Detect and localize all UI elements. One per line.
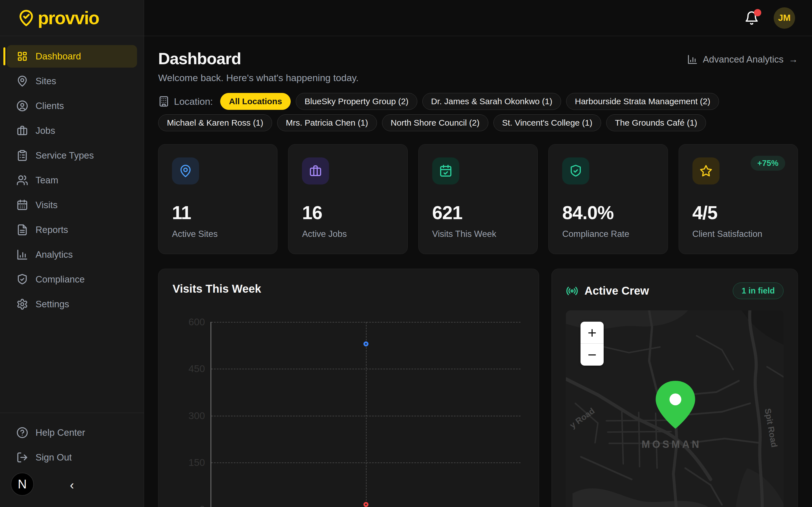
sidebar-item-service-types[interactable]: Service Types [7,144,137,167]
calendar-icon [16,199,28,211]
category-gridline-wed [366,322,366,507]
location-chip[interactable]: Harbourside Strata Management (2) [566,93,719,110]
stat-label: Compliance Rate [562,229,654,239]
sidebar-item-settings[interactable]: Settings [7,293,137,316]
bar-chart-icon [16,249,28,261]
sidebar-item-label: Service Types [36,150,94,161]
advanced-analytics-label: Advanced Analytics [703,54,783,65]
building-icon [158,96,169,107]
sidebar-footer-row: N ‹ [7,471,137,499]
stat-value: 11 [172,202,264,223]
scatter-point-red [363,502,368,507]
sidebar-item-label: Dashboard [36,51,81,62]
help-center-button[interactable]: Help Center [7,421,137,444]
sidebar-item-label: Team [36,175,58,186]
file-text-icon [16,224,28,236]
brand-name: provvio [38,8,99,29]
sign-out-label: Sign Out [36,452,71,463]
map-zoom-control: + − [580,322,604,365]
location-chip[interactable]: North Shore Council (2) [382,114,488,131]
stat-value: 16 [302,202,394,223]
zoom-out-button[interactable]: − [580,344,604,365]
sidebar: provvio Dashboard Sites Clients Jobs Ser… [0,0,144,507]
y-axis-tick: 0 [200,504,205,507]
sidebar-item-label: Compliance [36,274,85,285]
dashboard-grid-icon [16,50,28,62]
sign-out-button[interactable]: Sign Out [7,446,137,469]
dashboard-content: Dashboard Welcome back. Here's what's ha… [144,36,812,507]
stat-label: Active Sites [172,229,264,239]
sidebar-item-clients[interactable]: Clients [7,95,137,117]
scatter-chart: 600 450 300 150 0 Wed [211,322,520,507]
sidebar-item-analytics[interactable]: Analytics [7,243,137,266]
star-icon [699,164,713,178]
shield-check-icon [569,164,582,178]
sidebar-collapse-button[interactable]: ‹ [63,476,80,494]
place-label-mosman: MOSMAN [642,439,702,450]
crew-map[interactable]: Spit Road y Road MOSMAN + [566,311,783,507]
scatter-point-blue [363,341,368,346]
notifications-button[interactable] [744,11,759,25]
dev-tools-badge[interactable]: N [11,473,34,496]
stat-card-active-sites: 11 Active Sites [158,144,277,254]
sidebar-item-visits[interactable]: Visits [7,194,137,216]
users-icon [16,174,28,186]
visits-chart-panel: Visits This Week 600 450 300 150 0 Wed [158,269,539,507]
clipboard-list-icon [16,150,28,161]
zoom-in-button[interactable]: + [580,322,604,344]
stat-value: 84.0% [562,202,654,223]
log-out-icon [16,452,28,463]
location-filters: Location: All Locations BlueSky Property… [158,93,798,131]
unread-dot [754,9,761,16]
location-chip[interactable]: Mrs. Patricia Chen (1) [277,114,377,131]
page-subtitle: Welcome back. Here's what's happening to… [158,72,359,83]
sidebar-item-label: Jobs [36,125,55,136]
stat-label: Visits This Week [432,229,524,239]
stat-card-visits-week: 621 Visits This Week [418,144,538,254]
topbar: JM [144,0,812,36]
sidebar-item-jobs[interactable]: Jobs [7,119,137,142]
location-chip-all[interactable]: All Locations [220,93,291,110]
bar-chart-icon [687,54,698,65]
page-header: Dashboard Welcome back. Here's what's ha… [158,49,798,83]
user-circle-icon [16,100,28,112]
location-chip[interactable]: BlueSky Property Group (2) [296,93,417,110]
help-center-label: Help Center [36,427,85,438]
user-avatar[interactable]: JM [774,7,795,29]
stat-card-compliance: 84.0% Compliance Rate [548,144,668,254]
y-axis-tick: 600 [189,316,205,328]
trend-badge: +75% [751,156,785,171]
sidebar-item-label: Settings [36,299,69,309]
sidebar-item-label: Analytics [36,249,73,260]
sidebar-nav: Dashboard Sites Clients Jobs Service Typ… [0,36,144,413]
location-chip[interactable]: The Grounds Café (1) [606,114,706,131]
sidebar-item-label: Sites [36,76,56,87]
sidebar-item-dashboard[interactable]: Dashboard [7,45,137,68]
arrow-right-icon: → [789,54,798,65]
in-field-badge: 1 in field [733,283,783,299]
sidebar-item-reports[interactable]: Reports [7,219,137,241]
active-crew-header: Active Crew 1 in field [566,283,783,299]
sidebar-footer: Help Center Sign Out N ‹ [0,413,144,507]
gear-icon [16,298,28,310]
pin-check-logo-icon [17,9,35,27]
advanced-analytics-link[interactable]: Advanced Analytics → [687,54,798,65]
sidebar-item-label: Visits [36,200,57,210]
stat-label: Client Satisfaction [693,229,784,239]
location-filter-label: Location: [158,96,213,107]
stat-value: 621 [432,202,524,223]
location-chip[interactable]: St. Vincent's College (1) [493,114,601,131]
location-chip[interactable]: Michael & Karen Ross (1) [158,114,272,131]
map-pin-icon [16,75,28,87]
sidebar-item-team[interactable]: Team [7,169,137,191]
sidebar-item-sites[interactable]: Sites [7,70,137,93]
y-axis-tick: 450 [189,363,205,374]
sidebar-item-label: Reports [36,224,68,235]
calendar-check-icon [439,164,453,178]
help-circle-icon [16,427,28,439]
radio-signal-icon [566,285,578,297]
brand-logo: provvio [0,0,144,36]
sidebar-item-compliance[interactable]: Compliance [7,268,137,291]
briefcase-icon [16,125,28,136]
location-chip[interactable]: Dr. James & Sarah Okonkwo (1) [422,93,561,110]
